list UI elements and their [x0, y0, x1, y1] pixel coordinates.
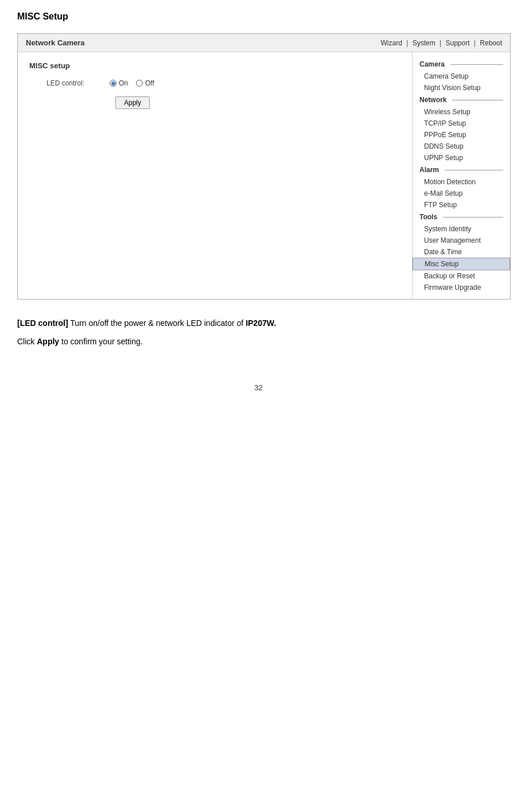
sidebar-item-date-time[interactable]: Date & Time [413, 246, 510, 258]
led-control-row: LED control: On Off [29, 79, 401, 87]
sidebar-item-firmware-upgrade[interactable]: Firmware Upgrade [413, 282, 510, 293]
camera-section-header: Camera [413, 58, 510, 71]
alarm-section-line [445, 170, 503, 170]
nav-support[interactable]: Support [445, 39, 469, 47]
apply-desc-apply: Apply [37, 337, 59, 346]
nav-reboot[interactable]: Reboot [480, 39, 502, 47]
camera-brand: Network Camera [26, 38, 85, 47]
apply-button[interactable]: Apply [115, 96, 150, 109]
sidebar-item-ftp-setup[interactable]: FTP Setup [413, 199, 510, 211]
camera-nav: Wizard | System | Support | Reboot [381, 39, 502, 47]
led-description: [LED control] Turn on/off the power & ne… [17, 317, 500, 331]
page-number: 32 [254, 383, 262, 392]
sidebar-item-misc-setup[interactable]: Misc Setup [413, 258, 510, 270]
camera-body: MISC setup LED control: On Off [18, 52, 510, 299]
led-device-name: IP207W. [246, 318, 276, 328]
network-section-label: Network [419, 96, 446, 104]
alarm-section-label: Alarm [419, 166, 439, 174]
led-description-prefix: [LED control] [17, 318, 68, 328]
camera-header: Network Camera Wizard | System | Support… [18, 34, 510, 52]
tools-section-header: Tools [413, 211, 510, 223]
sidebar-item-camera-setup[interactable]: Camera Setup [413, 71, 510, 82]
led-radio-group: On Off [110, 79, 154, 87]
apply-row: Apply [29, 96, 401, 109]
apply-description: Click Apply to confirm your setting. [17, 335, 500, 349]
sidebar-item-motion-detection[interactable]: Motion Detection [413, 176, 510, 188]
led-off-option[interactable]: Off [136, 79, 154, 87]
page-title: MISC Setup [17, 11, 500, 22]
page-footer: 32 [17, 383, 500, 392]
description-section: [LED control] Turn on/off the power & ne… [17, 317, 500, 349]
network-section-line [452, 100, 503, 100]
alarm-section-header: Alarm [413, 164, 510, 176]
camera-sidebar: Camera Camera Setup Night Vision Setup N… [413, 52, 510, 299]
camera-main-panel: MISC setup LED control: On Off [18, 52, 413, 299]
led-on-label: On [119, 79, 128, 87]
nav-wizard[interactable]: Wizard [381, 39, 402, 47]
apply-desc-prefix: Click [17, 337, 37, 346]
led-off-label: Off [145, 79, 154, 87]
misc-section-title: MISC setup [29, 61, 401, 70]
led-on-option[interactable]: On [110, 79, 128, 87]
nav-sep3: | [474, 39, 477, 47]
led-off-radio[interactable] [136, 80, 143, 87]
sidebar-item-ddns-setup[interactable]: DDNS Setup [413, 141, 510, 152]
tools-section-line [443, 217, 503, 217]
sidebar-item-user-management[interactable]: User Management [413, 235, 510, 246]
tools-section-label: Tools [419, 213, 437, 221]
nav-sep1: | [406, 39, 410, 47]
sidebar-item-system-identity[interactable]: System Identity [413, 223, 510, 235]
sidebar-item-backup-reset[interactable]: Backup or Reset [413, 270, 510, 282]
nav-sep2: | [440, 39, 443, 47]
camera-ui-frame: Network Camera Wizard | System | Support… [17, 33, 511, 300]
led-description-body: Turn on/off the power & network LED indi… [70, 318, 246, 328]
sidebar-item-upnp-setup[interactable]: UPNP Setup [413, 152, 510, 164]
led-on-radio[interactable] [110, 80, 116, 87]
led-label: LED control: [46, 79, 110, 87]
sidebar-item-tcpip-setup[interactable]: TCP/IP Setup [413, 118, 510, 129]
sidebar-item-night-vision[interactable]: Night Vision Setup [413, 82, 510, 94]
apply-desc-suffix: to confirm your setting. [61, 337, 143, 346]
network-section-header: Network [413, 94, 510, 106]
sidebar-item-pppoe-setup[interactable]: PPPoE Setup [413, 129, 510, 141]
sidebar-item-wireless-setup[interactable]: Wireless Setup [413, 106, 510, 118]
sidebar-item-email-setup[interactable]: e-Mail Setup [413, 188, 510, 199]
camera-section-label: Camera [419, 60, 445, 68]
camera-section-line [450, 64, 503, 65]
nav-system[interactable]: System [413, 39, 436, 47]
